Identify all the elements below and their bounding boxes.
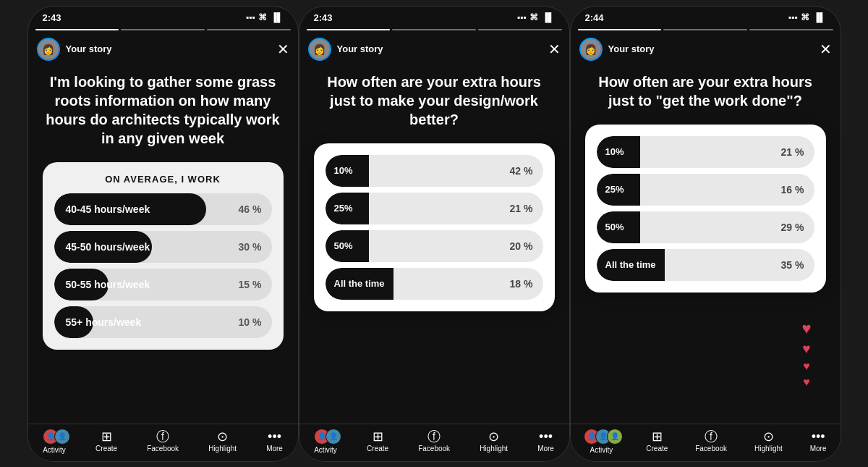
nav-label-create-2: Create [367,445,388,453]
story-header-3: 👩 Your story ✕ [571,33,841,65]
poll-row-label-2-1: 25% [326,193,369,224]
poll-row-3-2[interactable]: 50% 29 % [597,211,814,243]
more-icon-1: ••• [268,430,281,443]
nav-highlight-3[interactable]: ⊙ Highlight [754,430,783,453]
activity-avatars-3: 👤 👤 👤 [584,429,618,445]
phone-3: 2:44 ▪▪▪ ⌘ ▐▌ 👩 Your story ✕ How often a… [570,6,841,462]
close-button-3[interactable]: ✕ [820,42,832,56]
progress-bar-2-3 [478,29,562,30]
poll-row-2-3[interactable]: All the time 18 % [326,268,543,300]
nav-activity-3[interactable]: 👤 👤 👤 Activity [584,429,618,454]
nav-more-1[interactable]: ••• More [266,430,283,453]
poll-row-3-3[interactable]: All the time 35 % [597,249,814,281]
poll-row-pct-3-1: 16 % [781,184,814,195]
facebook-icon-3: ⓕ [705,430,718,443]
bottom-nav-1: 👤 👤 Activity ⊞ Create ⓕ Facebook ⊙ Highl… [28,424,298,461]
nav-activity-1[interactable]: 👤 👤 Activity [43,429,66,454]
status-bar-3: 2:44 ▪▪▪ ⌘ ▐▌ [571,7,841,26]
poll-pct-1-2: 15 % [239,279,272,290]
nav-label-activity-2: Activity [314,446,337,454]
nav-label-fb-1: Facebook [147,445,179,453]
time-1: 2:43 [43,12,61,23]
poll-label-1-2: 50-55 hours/week [54,279,239,290]
status-icons-2: ▪▪▪ ⌘ ▐▌ [517,12,555,22]
poll-pct-1-3: 10 % [239,316,272,328]
wifi-icon-2: ⌘ [529,12,538,22]
progress-bar-1 [35,29,119,30]
poll-row-label-2-3: All the time [326,268,393,300]
nav-more-2[interactable]: ••• More [537,430,554,453]
poll-title-1: ON AVERAGE, I WORK [54,174,272,185]
story-username-3: Your story [608,43,655,54]
poll-pct-1-0: 46 % [239,203,272,215]
nav-label-highlight-1: Highlight [208,445,237,453]
poll-option-1-1[interactable]: 45-50 hours/week 30 % [54,231,272,263]
avatar-2: 👩 [308,38,331,61]
poll-row-label-2-2: 50% [326,230,369,262]
bottom-nav-3: 👤 👤 👤 Activity ⊞ Create ⓕ Facebook ⊙ Hig… [571,424,841,461]
nav-create-1[interactable]: ⊞ Create [95,430,117,453]
poll-row-label-3-1: 25% [597,174,640,206]
avatar-3: 👩 [579,38,603,61]
poll-row-pct-2-2: 20 % [510,240,543,252]
phone-2: 2:43 ▪▪▪ ⌘ ▐▌ 👩 Your story ✕ How often a… [299,6,570,462]
wifi-icon-3: ⌘ [801,12,809,22]
status-bar-2: 2:43 ▪▪▪ ⌘ ▐▌ [299,7,569,26]
poll-option-1-3[interactable]: 55+ hours/week 10 % [54,306,272,338]
story-header-2: 👩 Your story ✕ [299,33,569,65]
nav-facebook-3[interactable]: ⓕ Facebook [695,430,727,453]
progress-bar-3-3 [749,29,833,30]
act-avatar-2: 👤 [54,429,70,445]
heart-icon-4: ♥ [803,376,810,389]
nav-facebook-2[interactable]: ⓕ Facebook [418,430,450,453]
poll-row-label-3-3: All the time [597,249,665,281]
poll-row-pct-2-0: 42 % [510,165,543,177]
nav-create-2[interactable]: ⊞ Create [367,430,388,453]
nav-facebook-1[interactable]: ⓕ Facebook [147,430,179,453]
progress-bar-3 [207,29,291,30]
activity-avatars-2: 👤 👤 [314,429,337,445]
nav-label-fb-2: Facebook [418,445,450,453]
close-button-2[interactable]: ✕ [548,42,561,56]
nav-highlight-1[interactable]: ⊙ Highlight [208,430,237,453]
poll-row-2-2[interactable]: 50% 20 % [326,230,543,262]
status-icons-3: ▪▪▪ ⌘ ▐▌ [788,12,826,22]
create-icon-1: ⊞ [101,430,112,443]
act-avatar-3-3: 👤 [607,429,623,445]
battery-icon-2: ▐▌ [542,12,554,22]
status-bar-1: 2:43 ▪▪▪ ⌘ ▐▌ [28,7,298,26]
nav-activity-2[interactable]: 👤 👤 Activity [314,429,337,454]
story-user-1: 👩 Your story [37,38,112,61]
story-question-1: I'm looking to gather some grass roots i… [43,72,284,148]
bottom-nav-2: 👤 👤 Activity ⊞ Create ⓕ Facebook ⊙ Highl… [299,424,569,461]
poll-row-2-0[interactable]: 10% 42 % [326,155,543,187]
poll-row-label-2-0: 10% [326,155,369,187]
story-content-1: I'm looking to gather some grass roots i… [28,65,298,424]
poll-row-pct-3-0: 21 % [781,146,814,158]
nav-create-3[interactable]: ⊞ Create [646,430,668,453]
poll-option-1-2[interactable]: 50-55 hours/week 15 % [54,269,272,300]
story-content-2: How often are your extra hours just to m… [299,65,569,424]
poll-row-pct-3-2: 29 % [781,222,814,233]
nav-label-highlight-2: Highlight [480,445,508,453]
poll-row-3-0[interactable]: 10% 21 % [597,136,814,168]
nav-label-more-1: More [266,445,283,453]
story-header-1: 👩 Your story ✕ [28,33,298,65]
nav-more-3[interactable]: ••• More [810,430,827,453]
nav-label-activity-3: Activity [590,446,613,454]
story-progress-1 [28,26,298,33]
poll-row-3-1[interactable]: 25% 16 % [597,174,814,206]
poll-label-1-3: 55+ hours/week [54,316,239,328]
poll-row-2-1[interactable]: 25% 21 % [326,193,543,224]
nav-label-create-1: Create [95,445,117,453]
more-icon-2: ••• [539,430,553,443]
poll-option-1-0[interactable]: 40-45 hours/week 46 % [54,193,272,225]
nav-highlight-2[interactable]: ⊙ Highlight [480,430,508,453]
nav-label-create-3: Create [646,445,668,453]
poll-label-1-0: 40-45 hours/week [54,203,239,215]
create-icon-2: ⊞ [373,430,383,443]
nav-label-more-3: More [810,445,827,453]
close-button-1[interactable]: ✕ [277,42,289,56]
progress-bar-2-2 [392,29,476,30]
story-content-3: How often are your extra hours just to "… [571,65,841,424]
